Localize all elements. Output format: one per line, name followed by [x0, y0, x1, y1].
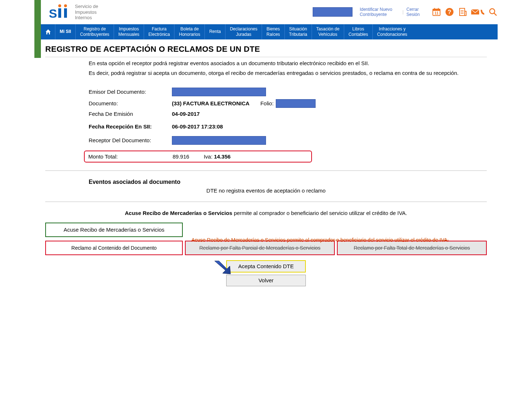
- divider: [45, 202, 487, 202]
- svg-text:?: ?: [448, 9, 451, 15]
- link-cerrar-sesion[interactable]: Cerrar Sesión: [406, 7, 425, 17]
- nav-libros-contables[interactable]: Libros Contables: [344, 24, 373, 39]
- overlay-strike-text: Acuse Recibo de Mercaderías o Servicios …: [191, 237, 449, 243]
- documento-value: (33) FACTURA ELECTRONICA: [172, 100, 249, 106]
- divider: [45, 170, 487, 171]
- svg-text:11: 11: [434, 11, 439, 15]
- svg-rect-4: [64, 8, 67, 18]
- nav-mi-sii[interactable]: Mi SII: [55, 24, 76, 39]
- lbl-emisor: Emisor Del Documento:: [89, 89, 172, 95]
- link-identificar-nuevo[interactable]: Identificar Nuevo Contribuyente: [360, 7, 400, 17]
- svg-line-18: [494, 13, 497, 16]
- intro-p1: En esta opción el receptor podrá registr…: [89, 59, 476, 67]
- svg-point-0: [58, 4, 61, 7]
- btn-reclamo-total-label: Reclamo por Falta Total de Mercaderías o…: [354, 245, 470, 251]
- btn-reclamo-parcial-label: Reclamo por Falta Parcial de Mercaderías…: [199, 245, 321, 251]
- nav-bienes-raices[interactable]: Bienes Raíces: [262, 24, 284, 39]
- svg-point-1: [64, 4, 67, 7]
- arrow-icon: [212, 259, 233, 275]
- btn-acuse-recibo[interactable]: Acuse Recibo de Mercaderías o Servicios: [45, 223, 183, 237]
- nav-declaraciones-juradas[interactable]: Declaraciones Juradas: [225, 24, 262, 39]
- mail-phone-icon[interactable]: [471, 7, 485, 17]
- svg-point-17: [490, 9, 495, 14]
- monto-total-box: Monto Total: 89.916 Iva: 14.356: [84, 151, 312, 162]
- nav-home[interactable]: [41, 24, 55, 39]
- main-nav: Mi SII Registro de Contribuyentes Impues…: [41, 24, 498, 39]
- svg-rect-8: [438, 8, 439, 10]
- search-icon[interactable]: [488, 7, 498, 17]
- header-user-redacted: [313, 7, 352, 17]
- calendar-icon[interactable]: 11: [432, 7, 441, 17]
- lbl-fecha-emision: Fecha De Emisión: [89, 111, 172, 117]
- document-details: Emisor Del Documento: Documento: (33) FA…: [89, 88, 476, 162]
- emisor-value-redacted: [172, 88, 266, 96]
- btn-reclamo-total[interactable]: Reclamo por Falta Total de Mercaderías o…: [337, 241, 487, 255]
- nav-registro-contribuyentes[interactable]: Registro de Contribuyentes: [76, 24, 114, 39]
- svg-rect-3: [58, 8, 61, 18]
- page-title: REGISTRO DE ACEPTACIÓN O RECLAMOS DE UN …: [45, 45, 498, 54]
- separator: |: [402, 9, 404, 14]
- intro-p2: Es decir, podrá registrar si acepta un d…: [89, 69, 476, 77]
- sii-logo-icon: S: [49, 4, 71, 20]
- nav-infracciones-condonaciones[interactable]: Infracciones y Condonaciones: [373, 24, 411, 39]
- logo[interactable]: S Servicio de Impuestos Internos: [49, 4, 98, 21]
- eventos-heading: Eventos asociados al documento: [89, 179, 498, 185]
- receptor-value-redacted: [172, 136, 266, 145]
- folio-value-redacted: [276, 99, 316, 108]
- acuse-info-bold: Acuse Recibo de Mercaderías o Servicios: [125, 210, 232, 216]
- svg-text:S: S: [49, 7, 57, 20]
- lbl-iva: Iva:: [204, 153, 212, 160]
- intro-text: En esta opción el receptor podrá registr…: [89, 59, 476, 77]
- fecha-recepcion-value: 06-09-2017 17:23:08: [172, 123, 223, 130]
- acuse-info-rest: permite al comprador o beneficiario del …: [232, 210, 407, 216]
- lbl-receptor: Receptor Del Documento:: [89, 137, 172, 143]
- svg-rect-7: [434, 8, 435, 10]
- iva-value: 14.356: [214, 153, 231, 160]
- header: S Servicio de Impuestos Internos Identif…: [34, 0, 498, 24]
- nav-tasacion-vehiculos[interactable]: Tasación de Vehículos: [312, 24, 344, 39]
- svg-rect-6: [433, 9, 440, 11]
- nav-factura-electronica[interactable]: Factura Electrónica: [144, 24, 174, 39]
- eventos-empty-msg: DTE no registra eventos de aceptación o …: [34, 187, 498, 194]
- nav-impuestos-mensuales[interactable]: Impuestos Mensuales: [114, 24, 144, 39]
- nav-boleta-honorarios[interactable]: Boleta de Honorarios: [174, 24, 205, 39]
- lbl-monto-total: Monto Total:: [88, 153, 173, 160]
- btn-reclamo-contenido[interactable]: Reclamo al Contenido del Documento: [45, 241, 183, 255]
- logo-subtitle: Servicio de Impuestos Internos: [75, 4, 98, 21]
- btn-acepta-contenido-dte[interactable]: Acepta Contenido DTE: [226, 260, 306, 273]
- nav-renta[interactable]: Renta: [205, 24, 225, 39]
- lbl-fecha-recepcion: Fecha Recepción En SII:: [89, 123, 172, 130]
- divider: [45, 57, 487, 57]
- monto-total-value: 89.916: [173, 153, 189, 160]
- btn-reclamo-parcial[interactable]: Reclamo por Falta Parcial de Mercaderías…: [185, 241, 335, 255]
- help-icon[interactable]: ?: [445, 7, 454, 17]
- lbl-folio: Folio:: [260, 100, 274, 106]
- fecha-emision-value: 04-09-2017: [172, 111, 200, 117]
- left-accent-bar: [34, 0, 41, 58]
- acuse-info: Acuse Recibo de Mercaderías o Servicios …: [34, 210, 498, 216]
- nav-situacion-tributaria[interactable]: Situación Tributaria: [285, 24, 312, 39]
- document-icon[interactable]: [458, 7, 467, 17]
- lbl-documento: Documento:: [89, 100, 172, 106]
- btn-volver[interactable]: Volver: [226, 275, 306, 286]
